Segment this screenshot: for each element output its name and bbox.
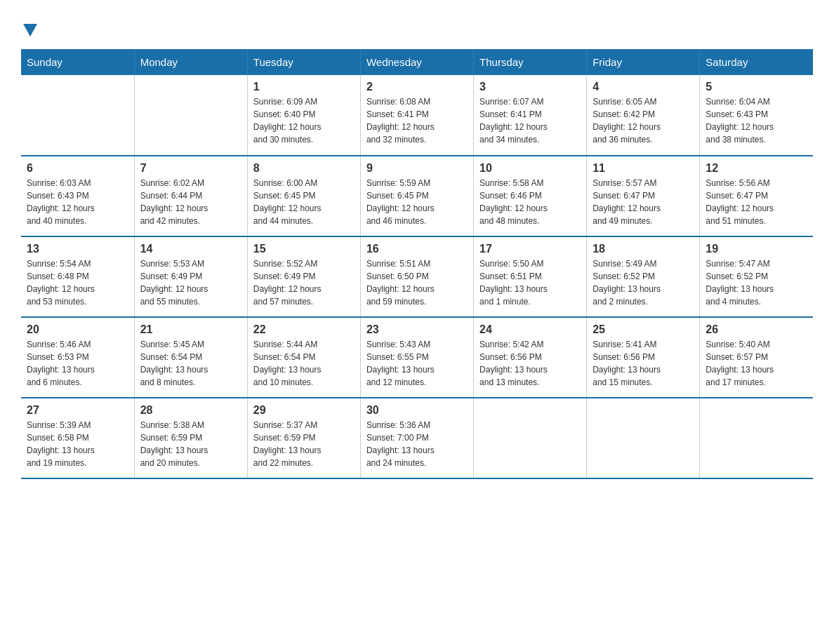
day-info: Sunrise: 5:52 AM Sunset: 6:49 PM Dayligh… (253, 257, 355, 308)
day-number: 15 (253, 243, 355, 255)
calendar-cell: 17Sunrise: 5:50 AM Sunset: 6:51 PM Dayli… (474, 236, 587, 317)
calendar-cell: 21Sunrise: 5:45 AM Sunset: 6:54 PM Dayli… (134, 317, 247, 398)
day-info: Sunrise: 5:36 AM Sunset: 7:00 PM Dayligh… (366, 419, 468, 469)
day-header-wednesday: Wednesday (360, 49, 473, 75)
day-number: 6 (27, 162, 128, 175)
calendar-cell (587, 398, 700, 478)
day-number: 23 (366, 323, 468, 336)
calendar-cell: 15Sunrise: 5:52 AM Sunset: 6:49 PM Dayli… (247, 236, 360, 317)
page-header (21, 21, 813, 35)
logo-triangle-icon (23, 24, 37, 36)
day-number: 21 (140, 323, 241, 336)
calendar-week-row: 13Sunrise: 5:54 AM Sunset: 6:48 PM Dayli… (21, 236, 813, 317)
day-info: Sunrise: 6:04 AM Sunset: 6:43 PM Dayligh… (706, 95, 807, 146)
calendar-cell (134, 75, 247, 156)
day-number: 19 (706, 243, 807, 255)
day-number: 17 (479, 243, 581, 255)
calendar-cell: 22Sunrise: 5:44 AM Sunset: 6:54 PM Dayli… (247, 317, 360, 398)
calendar-cell: 12Sunrise: 5:56 AM Sunset: 6:47 PM Dayli… (700, 156, 813, 236)
calendar-cell (700, 398, 813, 478)
calendar-cell: 10Sunrise: 5:58 AM Sunset: 6:46 PM Dayli… (474, 156, 587, 236)
day-info: Sunrise: 5:44 AM Sunset: 6:54 PM Dayligh… (253, 338, 355, 389)
day-number: 14 (140, 243, 241, 255)
logo (21, 21, 37, 35)
day-info: Sunrise: 5:58 AM Sunset: 6:46 PM Dayligh… (479, 177, 581, 227)
calendar-week-row: 1Sunrise: 6:09 AM Sunset: 6:40 PM Daylig… (21, 75, 813, 156)
day-number: 4 (593, 81, 694, 93)
day-number: 26 (706, 323, 807, 336)
day-info: Sunrise: 5:43 AM Sunset: 6:55 PM Dayligh… (366, 338, 468, 389)
calendar-cell: 30Sunrise: 5:36 AM Sunset: 7:00 PM Dayli… (360, 398, 473, 478)
day-info: Sunrise: 6:00 AM Sunset: 6:45 PM Dayligh… (253, 177, 355, 227)
calendar-cell: 1Sunrise: 6:09 AM Sunset: 6:40 PM Daylig… (247, 75, 360, 156)
day-number: 2 (366, 81, 468, 93)
calendar-cell (21, 75, 134, 156)
calendar-cell: 23Sunrise: 5:43 AM Sunset: 6:55 PM Dayli… (360, 317, 473, 398)
day-info: Sunrise: 5:40 AM Sunset: 6:57 PM Dayligh… (706, 338, 807, 389)
day-info: Sunrise: 5:50 AM Sunset: 6:51 PM Dayligh… (479, 257, 581, 308)
calendar-header: SundayMondayTuesdayWednesdayThursdayFrid… (21, 49, 813, 75)
day-number: 1 (253, 81, 355, 93)
day-number: 12 (706, 162, 807, 175)
calendar-week-row: 6Sunrise: 6:03 AM Sunset: 6:43 PM Daylig… (21, 156, 813, 236)
calendar-week-row: 27Sunrise: 5:39 AM Sunset: 6:58 PM Dayli… (21, 398, 813, 478)
calendar-cell: 20Sunrise: 5:46 AM Sunset: 6:53 PM Dayli… (21, 317, 134, 398)
day-number: 27 (27, 404, 128, 417)
day-number: 28 (140, 404, 241, 417)
calendar-cell: 9Sunrise: 5:59 AM Sunset: 6:45 PM Daylig… (360, 156, 473, 236)
day-info: Sunrise: 5:56 AM Sunset: 6:47 PM Dayligh… (706, 177, 807, 227)
calendar-cell: 29Sunrise: 5:37 AM Sunset: 6:59 PM Dayli… (247, 398, 360, 478)
calendar-cell: 6Sunrise: 6:03 AM Sunset: 6:43 PM Daylig… (21, 156, 134, 236)
day-info: Sunrise: 5:42 AM Sunset: 6:56 PM Dayligh… (479, 338, 581, 389)
calendar-cell: 2Sunrise: 6:08 AM Sunset: 6:41 PM Daylig… (360, 75, 473, 156)
calendar-cell (474, 398, 587, 478)
calendar-cell: 11Sunrise: 5:57 AM Sunset: 6:47 PM Dayli… (587, 156, 700, 236)
day-info: Sunrise: 5:39 AM Sunset: 6:58 PM Dayligh… (27, 419, 128, 469)
day-number: 20 (27, 323, 128, 336)
calendar-cell: 18Sunrise: 5:49 AM Sunset: 6:52 PM Dayli… (587, 236, 700, 317)
calendar-cell: 16Sunrise: 5:51 AM Sunset: 6:50 PM Dayli… (360, 236, 473, 317)
day-info: Sunrise: 5:47 AM Sunset: 6:52 PM Dayligh… (706, 257, 807, 308)
day-number: 18 (593, 243, 694, 255)
calendar-cell: 25Sunrise: 5:41 AM Sunset: 6:56 PM Dayli… (587, 317, 700, 398)
day-number: 22 (253, 323, 355, 336)
day-info: Sunrise: 6:02 AM Sunset: 6:44 PM Dayligh… (140, 177, 241, 227)
day-number: 16 (366, 243, 468, 255)
calendar-cell: 7Sunrise: 6:02 AM Sunset: 6:44 PM Daylig… (134, 156, 247, 236)
day-info: Sunrise: 5:54 AM Sunset: 6:48 PM Dayligh… (27, 257, 128, 308)
day-info: Sunrise: 6:03 AM Sunset: 6:43 PM Dayligh… (27, 177, 128, 227)
calendar-cell: 8Sunrise: 6:00 AM Sunset: 6:45 PM Daylig… (247, 156, 360, 236)
day-number: 30 (366, 404, 468, 417)
day-info: Sunrise: 6:05 AM Sunset: 6:42 PM Dayligh… (593, 95, 694, 146)
calendar-cell: 24Sunrise: 5:42 AM Sunset: 6:56 PM Dayli… (474, 317, 587, 398)
day-info: Sunrise: 5:41 AM Sunset: 6:56 PM Dayligh… (593, 338, 694, 389)
calendar-cell: 3Sunrise: 6:07 AM Sunset: 6:41 PM Daylig… (474, 75, 587, 156)
day-header-tuesday: Tuesday (247, 49, 360, 75)
day-number: 25 (593, 323, 694, 336)
day-number: 7 (140, 162, 241, 175)
calendar-cell: 14Sunrise: 5:53 AM Sunset: 6:49 PM Dayli… (134, 236, 247, 317)
calendar-cell: 5Sunrise: 6:04 AM Sunset: 6:43 PM Daylig… (700, 75, 813, 156)
day-header-friday: Friday (587, 49, 700, 75)
day-header-thursday: Thursday (474, 49, 587, 75)
day-info: Sunrise: 5:53 AM Sunset: 6:49 PM Dayligh… (140, 257, 241, 308)
day-number: 10 (479, 162, 581, 175)
day-info: Sunrise: 6:09 AM Sunset: 6:40 PM Dayligh… (253, 95, 355, 146)
day-number: 3 (479, 81, 581, 93)
day-header-saturday: Saturday (700, 49, 813, 75)
day-info: Sunrise: 5:38 AM Sunset: 6:59 PM Dayligh… (140, 419, 241, 469)
day-number: 8 (253, 162, 355, 175)
day-number: 11 (593, 162, 694, 175)
day-header-monday: Monday (134, 49, 247, 75)
day-number: 29 (253, 404, 355, 417)
day-number: 9 (366, 162, 468, 175)
day-info: Sunrise: 5:46 AM Sunset: 6:53 PM Dayligh… (27, 338, 128, 389)
day-info: Sunrise: 6:07 AM Sunset: 6:41 PM Dayligh… (479, 95, 581, 146)
calendar-cell: 19Sunrise: 5:47 AM Sunset: 6:52 PM Dayli… (700, 236, 813, 317)
day-info: Sunrise: 5:59 AM Sunset: 6:45 PM Dayligh… (366, 177, 468, 227)
day-header-sunday: Sunday (21, 49, 134, 75)
calendar-cell: 27Sunrise: 5:39 AM Sunset: 6:58 PM Dayli… (21, 398, 134, 478)
day-info: Sunrise: 5:45 AM Sunset: 6:54 PM Dayligh… (140, 338, 241, 389)
calendar-cell: 26Sunrise: 5:40 AM Sunset: 6:57 PM Dayli… (700, 317, 813, 398)
days-of-week-row: SundayMondayTuesdayWednesdayThursdayFrid… (21, 49, 813, 75)
